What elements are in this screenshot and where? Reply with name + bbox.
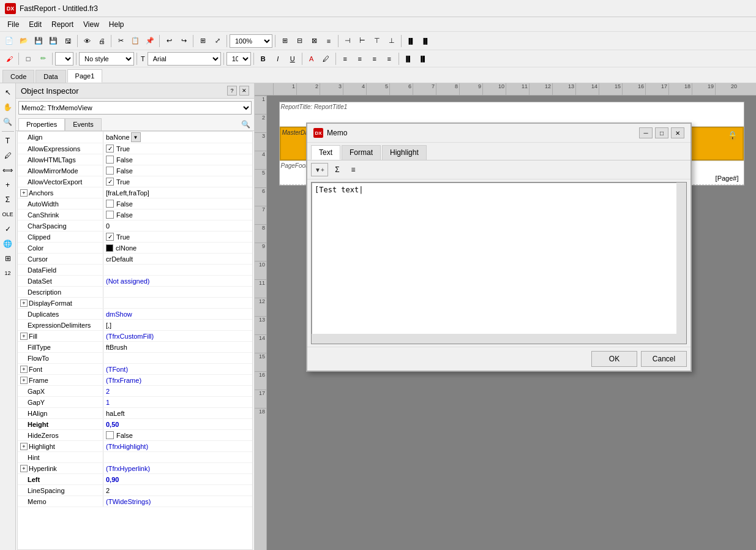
font-color-btn[interactable]: A <box>305 52 318 66</box>
inspector-tab-events[interactable]: Events <box>65 118 102 130</box>
tb-align3[interactable]: ⊤ <box>370 34 384 48</box>
menu-report[interactable]: Report <box>47 18 78 31</box>
tool-5[interactable]: 🖊 <box>1 149 15 162</box>
tool-12[interactable]: 12 <box>1 266 15 280</box>
tool-11[interactable]: ⊞ <box>1 252 15 265</box>
tb-align2[interactable]: ⊢ <box>356 34 369 48</box>
prop-allowhtmltags-value[interactable]: False <box>103 154 252 165</box>
tab-data[interactable]: Data <box>36 70 65 83</box>
save2-btn[interactable]: 🖫 <box>61 34 75 48</box>
fit-btn[interactable]: ⤢ <box>211 34 224 48</box>
prop-left-value[interactable]: 0,90 <box>103 474 252 484</box>
memo-align-btn[interactable]: ≡ <box>346 163 360 176</box>
prop-gapx-value[interactable]: 2 <box>103 386 252 396</box>
open-btn[interactable]: 📂 <box>17 34 31 48</box>
select-btn[interactable]: ⊞ <box>196 34 209 48</box>
save-btn[interactable]: 💾 <box>32 34 45 48</box>
tool-6[interactable]: ⟺ <box>1 164 15 177</box>
menu-help[interactable]: Help <box>104 18 129 31</box>
prop-fill-value[interactable]: (TfrxCustomFill) <box>103 331 252 341</box>
memo-minimize-btn[interactable]: ─ <box>639 127 653 138</box>
zoom-tool[interactable]: 🔍 <box>1 115 15 129</box>
prop-hyperlink-value[interactable]: (TfrxHyperlink) <box>103 463 252 473</box>
prop-canshrink-value[interactable]: False <box>103 209 252 220</box>
checkbox-hidezeros[interactable] <box>106 431 114 439</box>
prop-allowmirrormode-value[interactable]: False <box>103 165 252 176</box>
tool-8[interactable]: Σ <box>1 193 15 206</box>
prop-highlight-value[interactable]: (TfrxHighlight) <box>103 441 252 451</box>
color-fill-btn[interactable]: 🖌 <box>2 52 16 66</box>
prop-font-value[interactable]: (TFont) <box>103 364 252 374</box>
prop-datafield-value[interactable] <box>103 265 252 275</box>
align-justify-btn[interactable]: ≡ <box>383 52 396 66</box>
barcode4-btn[interactable]: ▐▌ <box>416 52 430 66</box>
tab-code[interactable]: Code <box>2 70 34 83</box>
prop-hint-value[interactable] <box>103 452 252 462</box>
prop-linespacing-value[interactable]: 2 <box>103 485 252 495</box>
align-center-btn[interactable]: ≡ <box>353 52 367 66</box>
save-as-btn[interactable]: 💾 <box>47 34 60 48</box>
prop-hidezeros-value[interactable]: False <box>103 430 252 440</box>
prop-allowexpressions-value[interactable]: ✓True <box>103 143 252 154</box>
hyperlink-expand[interactable]: + <box>20 465 28 472</box>
menu-file[interactable]: File <box>2 18 24 31</box>
prop-allowvectorexport-value[interactable]: ✓True <box>103 176 252 187</box>
menu-edit[interactable]: Edit <box>24 18 47 31</box>
bold-btn[interactable]: B <box>256 52 270 66</box>
tb-align4[interactable]: ⊥ <box>385 34 399 48</box>
prop-gapy-value[interactable]: 1 <box>103 397 252 407</box>
redo-btn[interactable]: ↪ <box>177 34 190 48</box>
tab-page1[interactable]: Page1 <box>67 69 103 83</box>
prop-frame-value[interactable]: (TfrxFrame) <box>103 375 252 385</box>
tool-ole[interactable]: OLE <box>1 208 15 221</box>
prop-align-value[interactable]: baNone ▼ <box>103 132 252 143</box>
highlight-expand[interactable]: + <box>20 443 28 450</box>
hand-tool[interactable]: ✋ <box>1 100 15 114</box>
memo-tab-highlight[interactable]: Highlight <box>382 145 427 160</box>
memo-tab-text[interactable]: Text <box>311 145 340 160</box>
cut-btn[interactable]: ✂ <box>114 34 127 48</box>
menu-view[interactable]: View <box>78 18 104 31</box>
text-tool[interactable]: T <box>1 134 15 148</box>
font-expand[interactable]: + <box>20 366 28 373</box>
grid-btn[interactable]: ⊞ <box>278 34 291 48</box>
prop-expressiondelimiters-value[interactable]: [,] <box>103 320 252 330</box>
checkbox-autowidth[interactable] <box>106 200 114 208</box>
prop-clipped-value[interactable]: ✓True <box>103 232 252 242</box>
fill-expand[interactable]: + <box>20 333 28 340</box>
copy-btn[interactable]: 📋 <box>129 34 142 48</box>
checkbox-allowexpressions[interactable]: ✓ <box>106 145 114 153</box>
memo-tab-format[interactable]: Format <box>342 145 381 160</box>
checkbox-canshrink[interactable] <box>106 211 114 219</box>
paste-btn[interactable]: 📌 <box>143 34 157 48</box>
memo-scrollbar-h[interactable] <box>312 334 676 344</box>
frame-expand[interactable]: + <box>20 377 28 384</box>
italic-btn[interactable]: I <box>271 52 285 66</box>
prop-charspacing-value[interactable]: 0 <box>103 220 252 231</box>
prop-filltype-value[interactable]: ftBrush <box>103 342 252 352</box>
pointer-tool[interactable]: ↖ <box>1 86 15 99</box>
object-dropdown[interactable]: Memo2: TfrxMemoView <box>18 101 252 115</box>
displayformat-expand[interactable]: + <box>20 299 28 307</box>
memo-sum-btn[interactable]: Σ <box>331 163 344 176</box>
memo-close-btn[interactable]: ✕ <box>671 127 684 138</box>
prop-cursor-value[interactable]: crDefault <box>103 254 252 264</box>
tool-check[interactable]: ✓ <box>1 222 15 236</box>
prop-flowto-value[interactable] <box>103 353 252 363</box>
grid2-btn[interactable]: ⊟ <box>293 34 306 48</box>
line-width-select[interactable]: 1 <box>55 52 73 66</box>
barcode2-btn[interactable]: ▐▌ <box>419 34 432 48</box>
highlight-btn[interactable]: 🖊 <box>320 52 333 66</box>
prop-displayformat-value[interactable] <box>103 298 252 308</box>
undo-btn[interactable]: ↩ <box>162 34 176 48</box>
preview-btn[interactable]: 👁 <box>80 34 94 48</box>
snap-btn[interactable]: ⊠ <box>307 34 321 48</box>
prop-anchors-value[interactable]: [fraLeft,fraTop] <box>103 187 252 198</box>
inspector-tab-properties[interactable]: Properties <box>18 118 65 130</box>
memo-ok-btn[interactable]: OK <box>591 351 637 367</box>
align-left-btn[interactable]: ≡ <box>339 52 352 66</box>
search-icon[interactable]: 🔍 <box>239 118 252 130</box>
prop-color-value[interactable]: clNone <box>103 243 252 253</box>
memo-maximize-btn[interactable]: □ <box>655 127 668 138</box>
memo-textarea[interactable]: [Test text| <box>312 183 686 342</box>
